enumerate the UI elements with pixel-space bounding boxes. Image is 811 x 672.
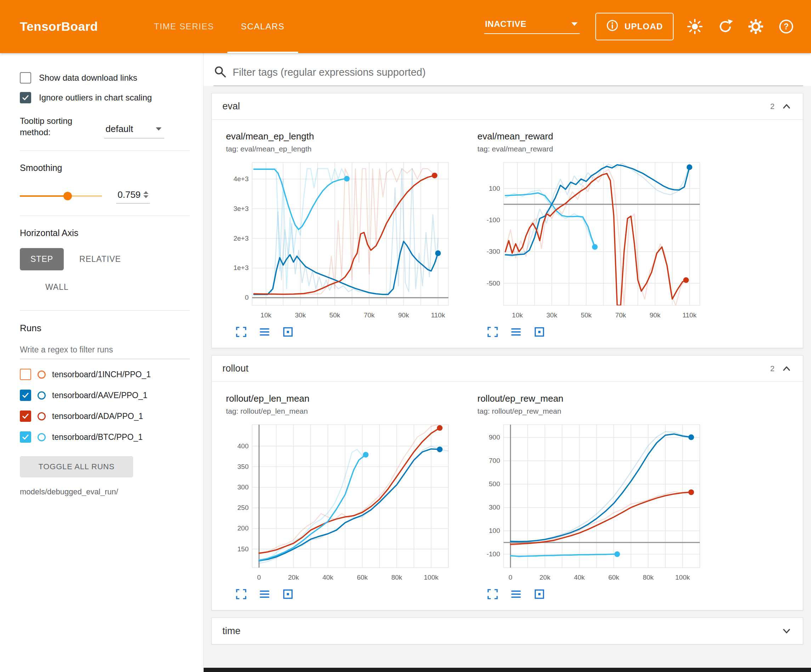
fit-domain-icon[interactable] <box>533 588 545 600</box>
section-rollout-header[interactable]: rollout 2 <box>212 355 803 382</box>
help-icon[interactable]: ? <box>777 17 796 36</box>
line-chart-canvas[interactable]: 020k40k60k80k100k150200250300350400 <box>226 419 453 585</box>
section-time-header[interactable]: time <box>212 618 803 644</box>
svg-text:350: 350 <box>237 463 249 470</box>
svg-text:900: 900 <box>489 433 500 441</box>
chart-toolbar <box>477 326 704 338</box>
brightness-icon[interactable] <box>685 17 704 36</box>
data-series-icon[interactable] <box>258 588 271 600</box>
svg-text:100: 100 <box>489 527 500 534</box>
run-checkbox[interactable] <box>20 389 31 401</box>
run-color-circle[interactable] <box>37 433 46 441</box>
ignore-outliers-checkbox[interactable] <box>20 92 31 103</box>
svg-text:90k: 90k <box>398 311 409 319</box>
expand-chart-icon[interactable] <box>235 588 247 600</box>
chart-title: rollout/ep_rew_mean <box>477 393 704 404</box>
chart-title: eval/mean_ep_length <box>226 131 453 142</box>
app-header: TensorBoard TIME SERIES SCALARS INACTIVE… <box>0 0 811 53</box>
fit-domain-icon[interactable] <box>282 588 294 600</box>
chevron-up-icon[interactable] <box>781 101 792 112</box>
tooltip-sorting-select[interactable]: default <box>104 122 165 138</box>
show-download-links-row[interactable]: Show data download links <box>20 72 190 83</box>
search-icon <box>214 65 226 79</box>
run-row-aave[interactable]: tensorboard/AAVE/PPO_1 <box>20 385 190 406</box>
svg-text:110k: 110k <box>682 311 697 319</box>
run-row-ada[interactable]: tensorboard/ADA/PPO_1 <box>20 406 190 427</box>
slider-knob[interactable] <box>63 192 72 200</box>
main-tabs: TIME SERIES SCALARS <box>141 0 298 53</box>
settings-icon[interactable] <box>747 17 765 36</box>
data-series-icon[interactable] <box>510 588 522 600</box>
upload-label: UPLOAD <box>624 22 663 32</box>
svg-text:20k: 20k <box>288 574 299 581</box>
spinner-arrows-icon[interactable] <box>143 191 148 198</box>
run-color-circle[interactable] <box>37 391 46 399</box>
fit-domain-icon[interactable] <box>282 326 294 338</box>
run-color-circle[interactable] <box>37 371 46 379</box>
axis-relative-button[interactable]: RELATIVE <box>69 248 132 270</box>
section-title: rollout <box>222 363 249 374</box>
expand-chart-icon[interactable] <box>487 588 499 600</box>
fit-domain-icon[interactable] <box>533 326 545 338</box>
refresh-icon[interactable] <box>716 17 735 36</box>
tab-scalars[interactable]: SCALARS <box>227 0 298 53</box>
section-eval-header[interactable]: eval 2 <box>212 93 803 120</box>
run-checkbox[interactable] <box>20 432 31 443</box>
show-download-links-label: Show data download links <box>39 73 137 83</box>
runs-heading: Runs <box>20 323 190 334</box>
svg-text:-300: -300 <box>487 248 500 255</box>
smoothing-slider[interactable] <box>20 195 102 197</box>
upload-button[interactable]: UPLOAD <box>596 13 674 41</box>
main-content: eval 2 eval/mean_ep_length tag: eval/mea… <box>204 53 811 672</box>
chart-title: eval/mean_reward <box>477 131 704 142</box>
data-series-icon[interactable] <box>510 326 522 338</box>
tab-time-series[interactable]: TIME SERIES <box>141 0 228 53</box>
section-count: 2 <box>770 364 775 373</box>
svg-text:60k: 60k <box>357 574 368 581</box>
expand-chart-icon[interactable] <box>235 326 247 338</box>
svg-text:20k: 20k <box>540 574 550 581</box>
smoothing-value-input[interactable]: 0.759 <box>116 189 150 203</box>
line-chart-canvas[interactable]: 10k30k50k70k90k110k01e+32e+33e+34e+3 <box>226 157 453 323</box>
run-row-1inch[interactable]: tensorboard/1INCH/PPO_1 <box>20 364 190 385</box>
data-series-icon[interactable] <box>258 326 271 338</box>
chevron-up-icon[interactable] <box>781 363 792 374</box>
svg-text:80k: 80k <box>391 574 402 581</box>
chevron-down-icon[interactable] <box>781 625 792 636</box>
toggle-all-runs-button[interactable]: TOGGLE ALL RUNS <box>20 456 133 477</box>
chevron-down-icon <box>571 22 578 26</box>
show-download-links-checkbox[interactable] <box>20 72 31 83</box>
ignore-outliers-row[interactable]: Ignore outliers in chart scaling <box>20 92 190 103</box>
tag-filter-input[interactable] <box>232 66 803 78</box>
svg-text:80k: 80k <box>643 574 654 581</box>
tensorboard-app: TensorBoard TIME SERIES SCALARS INACTIVE… <box>0 0 811 672</box>
line-chart-canvas[interactable]: 020k40k60k80k100k-100100300500700900 <box>477 419 704 585</box>
run-row-btc[interactable]: tensorboard/BTC/PPO_1 <box>20 427 190 448</box>
svg-text:400: 400 <box>237 442 249 450</box>
run-checkbox[interactable] <box>20 369 31 380</box>
section-title: eval <box>222 101 240 112</box>
svg-text:100k: 100k <box>675 574 690 581</box>
svg-text:200: 200 <box>237 525 249 532</box>
expand-chart-icon[interactable] <box>487 326 499 338</box>
run-checkbox[interactable] <box>20 410 31 422</box>
svg-text:60k: 60k <box>608 574 619 581</box>
line-chart-canvas[interactable]: 10k30k50k70k90k110k100-100-300-500 <box>477 157 704 323</box>
axis-wall-button[interactable]: WALL <box>35 276 79 298</box>
svg-text:0: 0 <box>245 294 249 301</box>
slider-fill <box>20 195 68 197</box>
section-title: time <box>222 626 241 636</box>
svg-text:300: 300 <box>237 483 249 491</box>
svg-text:300: 300 <box>489 504 500 511</box>
chart-rollout-ep-len-mean: rollout/ep_len_mean tag: rollout/ep_len_… <box>226 393 453 600</box>
run-label: tensorboard/AAVE/PPO_1 <box>52 391 147 400</box>
run-color-circle[interactable] <box>37 412 46 420</box>
status-dropdown[interactable]: INACTIVE <box>484 19 580 34</box>
section-count: 2 <box>770 102 775 111</box>
chart-toolbar <box>226 588 453 600</box>
svg-text:70k: 70k <box>615 311 626 319</box>
chart-tag: tag: rollout/ep_rew_mean <box>477 407 704 415</box>
smoothing-label: Smoothing <box>20 163 190 173</box>
runs-filter-input[interactable] <box>20 344 190 359</box>
axis-step-button[interactable]: STEP <box>20 248 64 270</box>
